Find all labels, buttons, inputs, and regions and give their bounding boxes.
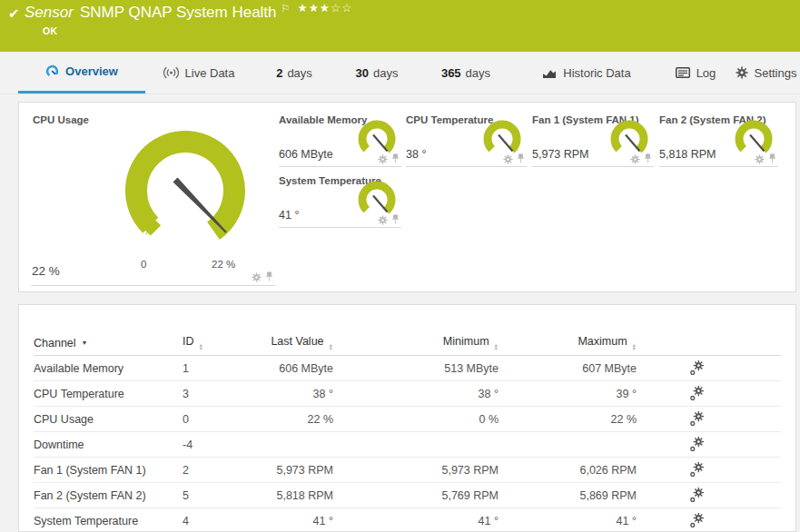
tab-overview[interactable]: Overview (18, 52, 145, 94)
channel-id: 0 (183, 407, 246, 432)
channel-id: 1 (183, 356, 246, 381)
pin-icon[interactable] (391, 214, 400, 225)
pin-icon[interactable] (517, 153, 525, 164)
gear-icon[interactable] (630, 154, 640, 164)
sort-icons: ▲▼ (199, 343, 203, 351)
last-value (246, 432, 333, 458)
gear-icon (736, 66, 748, 79)
last-value: 606 MByte (246, 356, 333, 381)
gauge-tile-available-memory[interactable]: Available Memory 606 MByte (279, 112, 401, 167)
gauge-icon (45, 64, 59, 78)
maximum-value: 607 MByte (499, 356, 637, 381)
minimum-value: 38 ° (333, 381, 499, 407)
gauge-value: 22 % (32, 264, 60, 278)
sort-desc-icon: ▼ (82, 340, 88, 346)
gauge-tile-system-temperature[interactable]: System Temperature 41 ° (279, 172, 401, 228)
tab-30-days[interactable]: 30 days (336, 52, 418, 94)
channel-table-panel: Channel▼ ID▲▼ Last Value▲▼ Minimum▲▼ Max… (18, 304, 796, 532)
table-row: Fan 2 (System FAN 2) 5 5,818 RPM 5,769 R… (34, 483, 781, 508)
tab-label: Live Data (185, 66, 235, 80)
column-header-last-value[interactable]: Last Value▲▼ (246, 330, 333, 356)
tab-bar: Overview Live Data 2 days 30 days 365 da… (0, 52, 800, 94)
page-title: SensorSNMP QNAP System Health⚐★★★☆☆ (25, 4, 352, 22)
last-value: 22 % (246, 407, 333, 432)
status-badge: OK (43, 25, 57, 36)
gear-icon[interactable] (252, 272, 262, 282)
tab-label: Log (696, 66, 716, 80)
pin-icon[interactable] (265, 271, 273, 282)
tab-live-data[interactable]: Live Data (145, 52, 252, 94)
tab-label: days (287, 66, 311, 80)
maximum-value: 6,026 RPM (499, 458, 637, 483)
sensor-status-bar: ✔ SensorSNMP QNAP System Health⚐★★★☆☆ OK (0, 0, 800, 52)
maximum-value: 39 ° (499, 381, 637, 407)
ok-check-icon: ✔ (8, 5, 20, 22)
channel-settings-icon[interactable] (689, 513, 705, 528)
tab-number: 365 (441, 66, 461, 80)
maximum-value: 41 ° (499, 508, 637, 532)
gauge-title: CPU Usage (33, 114, 89, 125)
table-header-row: Channel▼ ID▲▼ Last Value▲▼ Minimum▲▼ Max… (34, 330, 781, 356)
channel-settings-icon[interactable] (689, 360, 705, 376)
tab-historic-data[interactable]: Historic Data (514, 52, 659, 94)
broadcast-icon (163, 66, 179, 79)
channel-settings-icon[interactable] (689, 386, 705, 401)
stars-filled-icon: ★★★ (297, 2, 331, 15)
gauge-title: CPU Temperature (406, 114, 493, 125)
gauge-value-marker: x (145, 225, 151, 236)
channel-name[interactable]: CPU Temperature (34, 381, 183, 407)
tab-settings[interactable]: Settings (732, 52, 800, 94)
channel-name[interactable]: Downtime (34, 432, 183, 458)
column-header-maximum[interactable]: Maximum▲▼ (499, 330, 637, 356)
gauge-title: Available Memory (279, 114, 367, 125)
column-header-id[interactable]: ID▲▼ (183, 330, 246, 356)
sensor-name: SNMP QNAP System Health (80, 4, 277, 21)
gear-icon[interactable] (378, 215, 388, 225)
channel-settings-icon[interactable] (689, 462, 705, 478)
channel-settings-icon[interactable] (689, 437, 705, 452)
table-row: CPU Usage 0 22 % 0 % 22 % (34, 407, 781, 432)
gauge-tile-fan-2[interactable]: Fan 2 (System FAN 2) 5,818 RPM (659, 112, 778, 167)
area-chart-icon (542, 67, 557, 79)
tab-365-days[interactable]: 365 days (418, 52, 514, 94)
channel-name[interactable]: Fan 1 (System FAN 1) (34, 458, 183, 483)
gauge-tile-cpu-temperature[interactable]: CPU Temperature 38 ° (406, 112, 527, 167)
column-header-minimum[interactable]: Minimum▲▼ (333, 330, 499, 356)
channel-name[interactable]: CPU Usage (34, 407, 183, 432)
gauge-tile-cpu-usage[interactable]: CPU Usage x 0 22 % 22 % (31, 110, 275, 286)
minimum-value: 41 ° (333, 508, 499, 532)
tab-label: Overview (65, 64, 118, 78)
channel-settings-icon[interactable] (689, 488, 705, 503)
minimum-value: 513 MByte (333, 356, 499, 381)
sort-icons: ▲▼ (632, 343, 637, 351)
gear-icon[interactable] (378, 154, 388, 164)
last-value: 5,973 RPM (246, 458, 333, 483)
channel-table: Channel▼ ID▲▼ Last Value▲▼ Minimum▲▼ Max… (34, 330, 781, 532)
table-row: Available Memory 1 606 MByte 513 MByte 6… (34, 356, 781, 381)
minimum-value: 5,769 RPM (333, 483, 499, 508)
channel-id: 5 (183, 483, 246, 508)
column-header-actions (637, 330, 781, 356)
priority-stars[interactable]: ★★★☆☆ (297, 2, 352, 15)
channel-settings-icon[interactable] (689, 411, 705, 427)
channel-id: 4 (183, 508, 246, 532)
prtg-sensor-page: ✔ SensorSNMP QNAP System Health⚐★★★☆☆ OK… (0, 0, 800, 532)
pin-icon[interactable] (391, 153, 400, 164)
tab-label: days (373, 66, 398, 80)
priority-flag-icon: ⚐ (281, 3, 291, 14)
last-value: 5,818 RPM (246, 483, 333, 508)
column-header-channel[interactable]: Channel▼ (34, 330, 183, 356)
tab-log[interactable]: Log (659, 52, 732, 94)
cpu-usage-gauge (108, 113, 262, 268)
channel-name[interactable]: Available Memory (34, 356, 183, 381)
gauge-tile-fan-1[interactable]: Fan 1 (System FAN 1) 5,973 RPM (532, 112, 654, 167)
pin-icon[interactable] (768, 153, 776, 164)
table-row: Fan 1 (System FAN 1) 2 5,973 RPM 5,973 R… (34, 458, 781, 483)
tab-2-days[interactable]: 2 days (252, 52, 336, 94)
gear-icon[interactable] (503, 154, 513, 164)
gear-icon[interactable] (755, 154, 765, 164)
channel-id: -4 (183, 432, 246, 458)
channel-name[interactable]: Fan 2 (System FAN 2) (34, 483, 183, 508)
channel-name[interactable]: System Temperature (34, 508, 183, 532)
pin-icon[interactable] (644, 153, 652, 164)
